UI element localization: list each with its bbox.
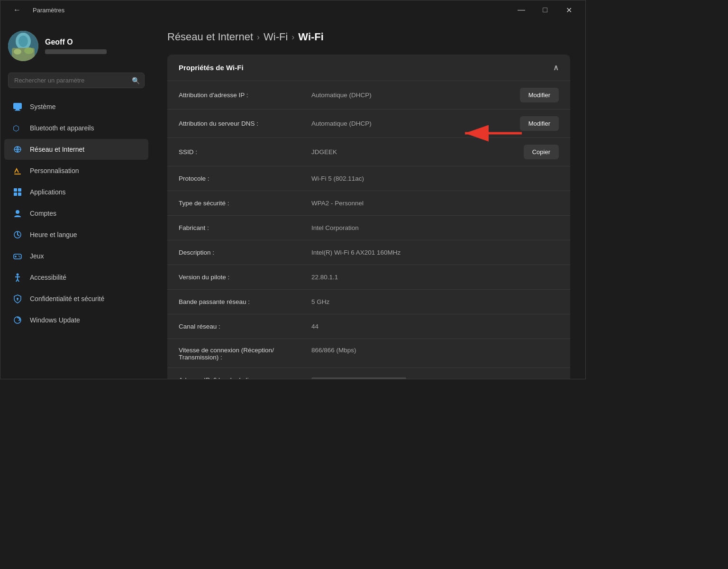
svg-point-4	[14, 49, 21, 55]
accessibilite-icon	[12, 272, 23, 283]
sidebar-item-personnalisation[interactable]: Personnalisation	[4, 160, 148, 181]
prop-label-ipv6: Adresse IPv6 locale du lien :	[179, 376, 311, 379]
prop-label-dns-attribution: Attribution du serveur DNS :	[179, 120, 311, 127]
sidebar-item-label-comptes: Comptes	[30, 210, 56, 217]
property-row-ip-attribution: Attribution d'adresse IP :Automatique (D…	[167, 81, 570, 109]
btn-ssid[interactable]: Copier	[524, 145, 559, 159]
svg-rect-7	[16, 109, 19, 110]
prop-label-description: Description :	[179, 249, 311, 256]
prop-value-ipv6	[311, 377, 559, 379]
prop-value-securite: WPA2 - Personnel	[311, 200, 559, 207]
svg-point-5	[24, 47, 34, 54]
property-row-ssid: SSID :JDGEEKCopier	[167, 138, 570, 166]
sidebar-item-comptes[interactable]: Comptes	[4, 203, 148, 224]
back-button[interactable]: ←	[6, 3, 28, 17]
svg-line-28	[18, 279, 19, 282]
card-title: Propriétés de Wi-Fi	[179, 64, 244, 72]
breadcrumb-level2: Wi-Fi	[264, 31, 288, 43]
breadcrumb-sep2: ›	[291, 32, 294, 42]
sidebar-item-windows-update[interactable]: Windows Update	[4, 310, 148, 330]
titlebar-left: ← Paramètres	[6, 3, 64, 17]
sidebar-item-reseau[interactable]: Réseau et Internet	[4, 139, 148, 160]
sidebar-item-heure[interactable]: Heure et langue	[4, 224, 148, 245]
property-row-canal: Canal réseau :44	[167, 314, 570, 339]
sidebar-item-label-reseau: Réseau et Internet	[30, 146, 84, 153]
breadcrumb-level3: Wi-Fi	[298, 31, 324, 43]
property-row-version-pilote: Version du pilote :22.80.1.1	[167, 265, 570, 289]
sidebar-item-systeme[interactable]: Système	[4, 96, 148, 117]
search-input[interactable]	[8, 73, 145, 88]
maximize-button[interactable]: □	[534, 3, 556, 17]
minimize-button[interactable]: —	[510, 3, 532, 17]
svg-rect-10	[14, 174, 21, 174]
svg-point-23	[19, 257, 20, 257]
sidebar-item-label-personnalisation: Personnalisation	[30, 167, 79, 174]
confidentialite-icon	[12, 293, 23, 304]
property-row-vitesse: Vitesse de connexion (Réception/ Transmi…	[167, 339, 570, 367]
app-body: Geoff O 🔍 Système⬡Bluetooth et appareils…	[0, 19, 585, 379]
sidebar-item-label-heure: Heure et langue	[30, 231, 77, 239]
chevron-up-icon: ∧	[553, 63, 559, 72]
blur-bar-ipv6	[311, 377, 406, 379]
svg-point-29	[17, 298, 18, 300]
content-area: Réseau et Internet › Wi-Fi › Wi-Fi Propr…	[152, 19, 585, 379]
windows-update-icon	[12, 314, 23, 326]
svg-rect-11	[14, 188, 17, 192]
property-rows: Attribution d'adresse IP :Automatique (D…	[167, 81, 570, 379]
titlebar-title: Paramètres	[33, 7, 64, 14]
sidebar-item-label-systeme: Système	[30, 103, 55, 110]
close-button[interactable]: ✕	[558, 3, 580, 17]
sidebar-item-applications[interactable]: Applications	[4, 182, 148, 202]
breadcrumb-sep1: ›	[257, 32, 260, 42]
prop-label-bande-passante: Bande passante réseau :	[179, 298, 311, 305]
sidebar: Geoff O 🔍 Système⬡Bluetooth et appareils…	[0, 19, 152, 379]
prop-label-fabricant: Fabricant :	[179, 224, 311, 231]
properties-card: Propriétés de Wi-Fi ∧ Attribution d'adre…	[167, 55, 570, 379]
sidebar-item-label-accessibilite: Accessibilité	[30, 274, 66, 281]
sidebar-item-accessibilite[interactable]: Accessibilité	[4, 267, 148, 288]
sidebar-item-bluetooth[interactable]: ⬡Bluetooth et appareils	[4, 118, 148, 138]
prop-value-ip-attribution: Automatique (DHCP)	[311, 92, 520, 99]
svg-text:⬡: ⬡	[13, 124, 19, 132]
svg-point-22	[18, 256, 19, 257]
prop-value-protocole: Wi-Fi 5 (802.11ac)	[311, 175, 559, 182]
avatar	[8, 31, 38, 61]
property-row-dns-attribution: Attribution du serveur DNS :Automatique …	[167, 109, 570, 138]
svg-rect-14	[18, 193, 21, 196]
user-account-bar	[45, 49, 107, 54]
prop-value-version-pilote: 22.80.1.1	[311, 274, 559, 281]
reseau-icon	[12, 144, 23, 155]
sidebar-item-confidentialite[interactable]: Confidentialité et sécurité	[4, 288, 148, 309]
nav-list: Système⬡Bluetooth et appareilsRéseau et …	[0, 96, 152, 331]
systeme-icon	[12, 101, 23, 112]
prop-value-dns-attribution: Automatique (DHCP)	[311, 120, 520, 127]
btn-dns-attribution[interactable]: Modifier	[520, 116, 559, 131]
svg-point-15	[16, 210, 19, 214]
prop-label-securite: Type de sécurité :	[179, 200, 311, 207]
prop-label-ip-attribution: Attribution d'adresse IP :	[179, 92, 311, 99]
prop-value-ssid: JDGEEK	[311, 148, 524, 156]
svg-point-2	[18, 36, 28, 47]
search-container: 🔍	[8, 73, 145, 88]
property-row-ipv6: Adresse IPv6 locale du lien :	[167, 367, 570, 379]
prop-value-vitesse: 866/866 (Mbps)	[311, 347, 559, 354]
prop-label-protocole: Protocole :	[179, 175, 311, 182]
svg-line-18	[18, 235, 19, 236]
property-row-protocole: Protocole :Wi-Fi 5 (802.11ac)	[167, 166, 570, 191]
prop-value-description: Intel(R) Wi-Fi 6 AX201 160MHz	[311, 249, 559, 256]
prop-value-bande-passante: 5 GHz	[311, 298, 559, 305]
user-info: Geoff O	[45, 38, 107, 54]
bluetooth-icon: ⬡	[12, 122, 23, 134]
sidebar-item-label-jeux: Jeux	[30, 252, 44, 260]
card-header[interactable]: Propriétés de Wi-Fi ∧	[167, 55, 570, 81]
applications-icon	[12, 186, 23, 198]
btn-ip-attribution[interactable]: Modifier	[520, 88, 559, 102]
prop-label-canal: Canal réseau :	[179, 323, 311, 330]
sidebar-item-jeux[interactable]: Jeux	[4, 246, 148, 266]
property-row-bande-passante: Bande passante réseau :5 GHz	[167, 289, 570, 314]
prop-label-ssid: SSID :	[179, 148, 311, 156]
svg-point-24	[17, 274, 19, 276]
property-row-description: Description :Intel(R) Wi-Fi 6 AX201 160M…	[167, 240, 570, 265]
breadcrumb: Réseau et Internet › Wi-Fi › Wi-Fi	[167, 31, 570, 43]
prop-value-canal: 44	[311, 323, 559, 330]
